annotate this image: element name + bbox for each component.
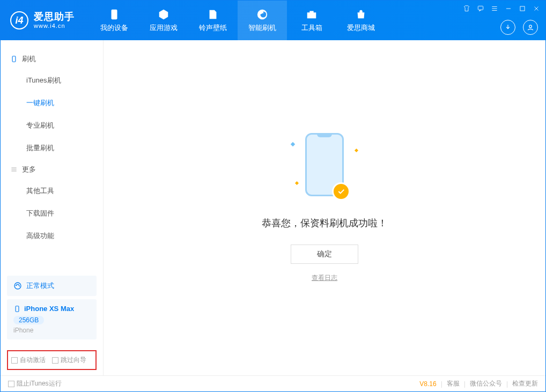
tab-label: 铃声壁纸 (199, 23, 227, 33)
tab-label: 我的设备 (100, 23, 128, 33)
tab-apps-games[interactable]: 应用游戏 (139, 1, 188, 40)
close-icon[interactable] (533, 5, 540, 12)
device-icon (10, 55, 18, 63)
main-tabs: 我的设备 应用游戏 铃声壁纸 智能刷机 工具箱 爱思商城 (90, 1, 386, 40)
tab-smart-flash[interactable]: 智能刷机 (238, 1, 287, 40)
music-file-icon (207, 9, 219, 20)
sidebar-item-other-tools[interactable]: 其他工具 (1, 180, 103, 202)
sync-icon (13, 282, 22, 290)
svg-point-5 (14, 283, 21, 289)
tab-toolbox[interactable]: 工具箱 (287, 1, 336, 40)
refresh-icon (256, 9, 268, 20)
tab-label: 爱思商城 (347, 23, 375, 33)
user-button[interactable] (523, 20, 538, 35)
main-content: 恭喜您，保资料刷机成功啦！ 确定 查看日志 (104, 40, 545, 375)
app-header: i4 爱思助手 www.i4.cn 我的设备 应用游戏 铃声壁纸 智能刷机 工具… (1, 1, 545, 40)
app-title: 爱思助手 (34, 11, 75, 23)
svg-rect-2 (520, 6, 525, 11)
tab-my-device[interactable]: 我的设备 (90, 1, 139, 40)
footer: 阻止iTunes运行 V8.16 | 客服 | 微信公众号 | 检查更新 (1, 375, 545, 391)
svg-rect-6 (16, 306, 19, 312)
sidebar-section-more: 更多 (1, 159, 103, 180)
list-icon (10, 166, 18, 173)
checkbox-block-itunes[interactable]: 阻止iTunes运行 (8, 379, 62, 388)
sidebar-item-itunes-flash[interactable]: iTunes刷机 (1, 69, 103, 92)
ok-button[interactable]: 确定 (291, 245, 358, 264)
tab-ringtone-wallpaper[interactable]: 铃声壁纸 (188, 1, 238, 40)
checkbox-auto-activate[interactable]: 自动激活 (11, 356, 46, 365)
tab-label: 工具箱 (301, 23, 322, 33)
shirt-icon[interactable] (463, 5, 470, 12)
wechat-link[interactable]: 微信公众号 (470, 379, 502, 388)
device-type-label: iPhone (13, 327, 90, 334)
feedback-icon[interactable] (477, 5, 484, 12)
sidebar: 刷机 iTunes刷机 一键刷机 专业刷机 批量刷机 更多 其他工具 下载固件 … (1, 40, 104, 375)
version-label: V8.16 (419, 380, 436, 388)
bag-icon (355, 9, 367, 20)
svg-rect-1 (478, 6, 483, 10)
cube-icon (158, 9, 169, 20)
maximize-icon[interactable] (519, 5, 526, 12)
device-info[interactable]: iPhone XS Max 256GB iPhone (7, 299, 97, 339)
phone-icon (108, 9, 120, 20)
checkbox-skip-guide[interactable]: 跳过向导 (52, 356, 86, 365)
svg-rect-0 (112, 9, 117, 19)
sidebar-item-advanced[interactable]: 高级功能 (1, 225, 103, 247)
sidebar-item-download-firmware[interactable]: 下载固件 (1, 202, 103, 225)
view-log-link[interactable]: 查看日志 (312, 273, 337, 283)
app-logo: i4 爱思助手 www.i4.cn (1, 11, 84, 29)
check-icon (332, 182, 350, 201)
sidebar-item-pro-flash[interactable]: 专业刷机 (1, 114, 103, 137)
download-button[interactable] (500, 20, 515, 35)
tab-label: 应用游戏 (150, 23, 178, 33)
support-link[interactable]: 客服 (447, 379, 460, 388)
app-subtitle: www.i4.cn (34, 23, 75, 29)
tab-label: 智能刷机 (248, 23, 276, 33)
sidebar-section-flash: 刷机 (1, 49, 103, 69)
svg-rect-4 (12, 56, 16, 62)
device-mode[interactable]: 正常模式 (7, 276, 97, 296)
window-controls (463, 5, 540, 12)
phone-small-icon (13, 305, 21, 313)
device-mode-label: 正常模式 (26, 281, 54, 291)
success-illustration (282, 133, 367, 203)
logo-icon: i4 (10, 11, 28, 29)
success-message: 恭喜您，保资料刷机成功啦！ (262, 217, 387, 230)
sidebar-item-batch-flash[interactable]: 批量刷机 (1, 137, 103, 159)
device-storage-badge: 256GB (13, 316, 44, 324)
header-actions (500, 20, 538, 35)
check-update-link[interactable]: 检查更新 (512, 379, 538, 388)
sidebar-item-onekey-flash[interactable]: 一键刷机 (1, 92, 103, 114)
sidebar-options-highlight: 自动激活 跳过向导 (7, 350, 97, 370)
toolbox-icon (306, 9, 318, 20)
tab-store[interactable]: 爱思商城 (336, 1, 386, 40)
svg-point-3 (529, 25, 532, 28)
minimize-icon[interactable] (505, 5, 512, 12)
device-name-label: iPhone XS Max (24, 305, 74, 313)
menu-icon[interactable] (491, 5, 498, 12)
